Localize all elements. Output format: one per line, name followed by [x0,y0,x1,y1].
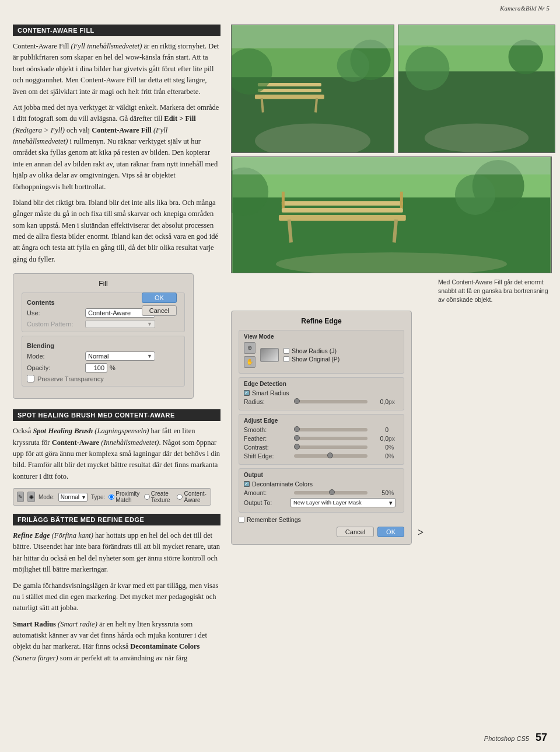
shift-edge-slider-thumb[interactable] [327,452,333,458]
output-to-label: Output To: [244,499,290,506]
create-texture-radio[interactable] [144,494,150,500]
fill-custom-pattern-row: Custom Pattern: ▼ [27,320,180,328]
svg-rect-29 [282,192,285,208]
refine-view-mode-group: View Mode ⊕ ✋ Show Radius (J) [239,330,404,374]
more-arrow[interactable]: > [418,527,424,539]
fill-custom-pattern-label: Custom Pattern: [27,321,85,328]
contrast-slider-thumb[interactable] [294,444,300,450]
amount-slider[interactable] [294,491,368,495]
refine-cancel-button[interactable]: Cancel [337,527,374,537]
remember-checkbox[interactable] [239,517,244,523]
radius-value: 0,0 [371,398,388,405]
top-photos-row [231,25,555,153]
contrast-slider[interactable] [294,445,368,449]
refine-adjust-edge-group: Adjust Edge Smooth: 0 Feather: [239,414,404,465]
content-aware-para-3: Ibland blir det riktigt bra. Ibland blir… [13,197,220,265]
contrast-value: 0 [371,444,388,451]
show-original-checkbox[interactable] [284,356,289,362]
fill-mode-row: Mode: Normal ▼ [27,351,180,361]
output-to-row: Output To: New Layer with Layer Mask ▾ [244,498,399,507]
feather-slider-thumb[interactable] [294,435,300,441]
fill-ok-button[interactable]: OK [142,293,177,303]
toolbar-mode-dropdown[interactable]: Normal ▾ [58,493,88,502]
toolbar-mode-label: Mode: [38,494,55,500]
radius-slider-thumb[interactable] [294,398,300,404]
bench-photo-3 [231,156,552,273]
toolbar-content-aware-check[interactable]: Content-Aware [177,490,207,503]
remember-settings-check[interactable]: Remember Settings [239,516,404,523]
shift-edge-value: 0 [371,452,388,459]
amount-unit: % [388,489,399,496]
smooth-slider[interactable] [294,428,368,431]
proximity-match-radio[interactable] [108,494,114,500]
refine-ok-button[interactable]: OK [377,527,404,537]
app-name: Photoshop CS5 [484,735,529,742]
fill-custom-pattern-dropdown: ▼ [85,320,155,328]
frilagg-section: FRILÄGG BÄTTRE MED REFINE EDGE Refine Ed… [13,514,220,664]
shift-edge-slider[interactable] [294,454,368,458]
refine-output-group: Output Decontaminate Colors Amount: 50 % [239,468,404,513]
view-thumbnail[interactable] [260,348,279,362]
shift-edge-label: Shift Edge: [244,452,290,459]
refine-tool-icons: ⊕ ✋ [244,342,256,368]
zoom-icon[interactable]: ⊕ [244,342,256,354]
svg-rect-34 [233,157,551,175]
smart-radius-checkbox[interactable] [244,390,250,396]
radius-slider[interactable] [294,400,368,403]
frilagg-para-3: Smart Radius (Smart radie) är en helt ny… [13,619,220,664]
contrast-row: Contrast: 0 % [244,444,399,451]
spot-healing-heading: SPOT HEALING BRUSH MED CONTENT-AWARE [13,409,220,421]
page: Kamera&Bild Nr 5 CONTENT-AWARE FILL Cont… [0,0,560,752]
chevron-down-icon: ▾ [82,494,85,500]
show-radius-check[interactable]: Show Radius (J) [284,347,340,354]
show-radius-checkbox[interactable] [284,348,289,354]
fill-blending-label: Blending [27,342,180,349]
page-number: 57 [536,732,547,743]
show-original-check[interactable]: Show Original (P) [284,356,340,363]
decontaminate-label: Decontaminate Colors [252,481,313,488]
svg-point-18 [405,47,449,90]
smart-radius-row[interactable]: Smart Radius [244,389,399,396]
amount-slider-thumb[interactable] [329,489,335,495]
feather-slider[interactable] [294,437,368,440]
decontaminate-check[interactable]: Decontaminate Colors [244,481,399,488]
fill-blending-group: Blending Mode: Normal ▼ Opacity: 100 % [22,336,185,387]
output-to-dropdown[interactable]: New Layer with Layer Mask ▾ [290,498,396,507]
fill-opacity-unit: % [110,364,116,371]
fill-preserve-row: Preserve Transparency [27,375,180,382]
remember-label: Remember Settings [247,516,301,523]
output-to-value: New Layer with Layer Mask [293,499,362,506]
smart-radius-label: Smart Radius [252,389,289,396]
svg-rect-30 [400,192,403,208]
content-aware-heading: CONTENT-AWARE FILL [13,25,220,36]
decontaminate-checkbox[interactable] [244,481,250,487]
contrast-unit: % [388,444,399,451]
feather-row: Feather: 0,0 px [244,435,399,442]
toolbar-proximity-check[interactable]: Proximity Match [108,490,141,503]
fill-dialog: Fill OK Cancel Contents Use: Content-Awa… [13,273,194,399]
refine-edge-detection-group: Edge Detection Smart Radius Radius: 0,0 … [239,377,404,410]
toolbar-create-texture-check[interactable]: Create Texture [144,490,174,503]
fill-preserve-checkbox[interactable] [27,375,34,382]
refine-btn-row: Cancel OK [239,527,404,537]
svg-point-16 [425,123,528,152]
svg-point-10 [337,50,369,82]
magazine-name: Kamera&Bild Nr 5 [500,5,550,12]
svg-rect-25 [282,208,403,213]
content-aware-radio[interactable] [177,494,183,500]
fill-opacity-label: Opacity: [27,364,85,371]
smooth-slider-thumb[interactable] [294,426,300,432]
fill-mode-dropdown[interactable]: Normal ▼ [85,351,155,361]
fill-dialog-buttons: OK Cancel [142,293,177,316]
show-original-label: Show Original (P) [292,356,340,363]
svg-point-32 [455,175,495,215]
move-icon[interactable]: ✋ [244,356,256,368]
fill-cancel-button[interactable]: Cancel [142,305,177,316]
feather-unit: px [388,435,399,442]
frilagg-para-1: Refine Edge (Förfina kant) har hottats u… [13,530,220,576]
fill-opacity-input[interactable]: 100 [85,363,107,372]
content-aware-label: Content-Aware [184,490,207,503]
fill-use-label: Use: [27,309,85,316]
frilagg-heading: FRILÄGG BÄTTRE MED REFINE EDGE [13,514,220,525]
chevron-down-icon: ▼ [147,353,152,359]
